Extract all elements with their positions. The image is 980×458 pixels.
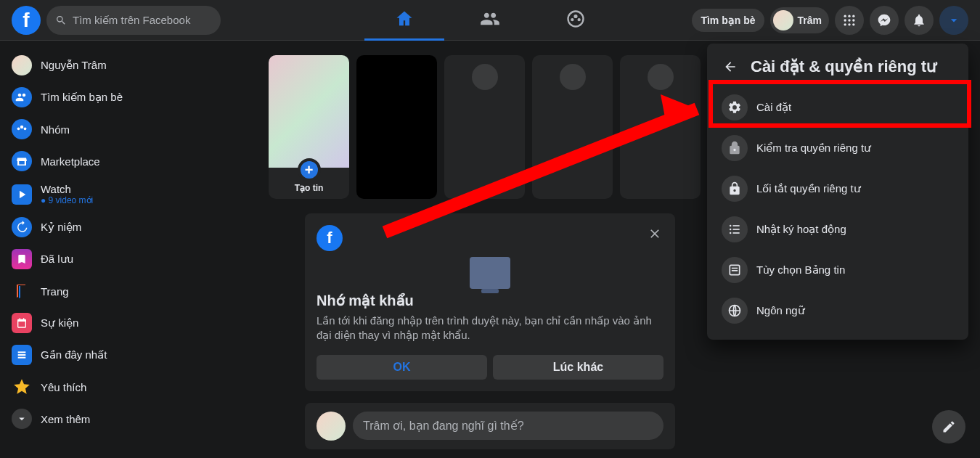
svg-rect-27	[732, 268, 738, 269]
chevron-down-icon	[12, 409, 32, 429]
lock-open-icon	[722, 135, 748, 161]
sidebar-item-more[interactable]: Xem thêm	[6, 403, 256, 435]
svg-rect-17	[18, 354, 26, 356]
events-icon	[12, 313, 32, 333]
svg-point-8	[848, 19, 850, 21]
sidebar-item-groups[interactable]: Nhóm	[6, 113, 256, 145]
sidebar-item-marketplace[interactable]: Marketplace	[6, 145, 256, 177]
search-input[interactable]: Tìm kiếm trên Facebook	[46, 6, 221, 35]
menu-button[interactable]	[835, 6, 864, 35]
later-button[interactable]: Lúc khác	[493, 355, 663, 380]
chevron-down-icon	[947, 13, 961, 28]
sidebar-item-saved[interactable]: Đã lưu	[6, 243, 256, 275]
search-icon	[55, 15, 67, 26]
edit-fab[interactable]	[932, 410, 965, 443]
story-card[interactable]	[356, 55, 437, 199]
svg-rect-23	[733, 229, 740, 230]
watch-icon	[12, 184, 32, 205]
sidebar-item-friends[interactable]: Tìm kiếm bạn bè	[6, 81, 256, 113]
dropdown-item-activity-log[interactable]: Nhật ký hoạt động	[716, 209, 960, 250]
story-avatar	[648, 64, 674, 90]
sidebar-item-memories[interactable]: Kỷ niệm	[6, 211, 256, 243]
feed-icon	[722, 257, 748, 283]
dropdown-item-language[interactable]: Ngôn ngữ	[716, 290, 960, 331]
sidebar-item-watch[interactable]: Watch● 9 video mới	[6, 177, 256, 211]
illustration	[470, 257, 510, 289]
saved-icon	[12, 249, 32, 269]
plus-icon: +	[298, 158, 321, 181]
story-card[interactable]	[620, 55, 701, 199]
friends-icon	[12, 87, 32, 107]
notifications-button[interactable]	[905, 6, 934, 35]
avatar	[12, 55, 32, 75]
dropdown-item-privacy-shortcuts[interactable]: Lối tắt quyền riêng tư	[716, 168, 960, 209]
avatar	[773, 10, 793, 30]
arrow-left-icon	[723, 60, 738, 74]
account-dropdown-button[interactable]	[939, 6, 968, 35]
profile-name: Trâm	[798, 15, 822, 26]
sidebar-item-recent[interactable]: Gần đây nhất	[6, 339, 256, 371]
nav-groups[interactable]	[536, 0, 616, 41]
story-card[interactable]	[532, 55, 613, 199]
pages-icon	[12, 281, 32, 301]
card-text: Lần tới khi đăng nhập trên trình duyệt n…	[317, 314, 663, 343]
svg-point-11	[848, 23, 850, 25]
sidebar-item-favorites[interactable]: Yêu thích	[6, 371, 256, 403]
close-icon	[648, 226, 662, 241]
settings-dropdown: Cài đặt & quyền riêng tư Cài đặt Kiểm tr…	[707, 44, 968, 340]
svg-point-12	[852, 23, 854, 25]
svg-point-19	[733, 149, 735, 151]
edit-icon	[942, 420, 956, 434]
marketplace-icon	[12, 151, 32, 171]
nav-friends[interactable]	[450, 0, 530, 41]
svg-point-2	[571, 18, 573, 21]
svg-point-24	[730, 232, 732, 234]
avatar	[317, 412, 346, 441]
find-friends-button[interactable]: Tìm bạn bè	[692, 9, 764, 32]
header: f Tìm kiếm trên Facebook Tìm bạn bè Trâm	[0, 0, 980, 41]
story-avatar	[560, 64, 586, 90]
dropdown-item-privacy-check[interactable]: Kiểm tra quyền riêng tư	[716, 128, 960, 168]
dropdown-item-feed-prefs[interactable]: Tùy chọn Bảng tin	[716, 250, 960, 290]
story-image	[269, 55, 349, 168]
svg-point-5	[848, 15, 850, 17]
profile-chip[interactable]: Trâm	[770, 7, 829, 33]
bell-icon	[912, 13, 926, 28]
dropdown-title: Cài đặt & quyền riêng tư	[751, 57, 936, 76]
card-title: Nhớ mật khẩu	[317, 292, 663, 309]
composer: Trâm ơi, bạn đang nghĩ gì thế?	[305, 403, 675, 449]
svg-rect-28	[732, 270, 738, 271]
sidebar-item-events[interactable]: Sự kiện	[6, 307, 256, 339]
stories-row: + Tạo tin	[269, 55, 711, 199]
center-nav	[364, 0, 616, 41]
sidebar: Nguyễn Trâm Tìm kiếm bạn bè Nhóm Marketp…	[0, 41, 261, 443]
header-right: Tìm bạn bè Trâm	[692, 6, 968, 35]
composer-input[interactable]: Trâm ơi, bạn đang nghĩ gì thế?	[353, 412, 663, 440]
svg-point-15	[24, 127, 27, 130]
back-button[interactable]	[719, 55, 742, 78]
create-story[interactable]: + Tạo tin	[269, 55, 349, 199]
svg-point-22	[730, 229, 732, 231]
sidebar-item-profile[interactable]: Nguyễn Trâm	[6, 49, 256, 81]
search-placeholder: Tìm kiếm trên Facebook	[73, 14, 190, 27]
gear-icon	[722, 94, 748, 120]
dropdown-item-settings[interactable]: Cài đặt	[716, 87, 960, 128]
story-avatar	[472, 64, 498, 90]
main: + Tạo tin f Nhớ mật khẩu Lần tới khi đăn…	[261, 41, 719, 458]
nav-home[interactable]	[364, 0, 444, 41]
facebook-logo[interactable]: f	[12, 6, 41, 35]
messenger-button[interactable]	[870, 6, 899, 35]
recent-icon	[12, 345, 32, 365]
sidebar-item-pages[interactable]: Trang	[6, 275, 256, 307]
memories-icon	[12, 217, 32, 237]
story-card[interactable]	[444, 55, 525, 199]
svg-point-0	[568, 12, 584, 27]
remember-password-card: f Nhớ mật khẩu Lần tới khi đăng nhập trê…	[305, 213, 675, 391]
svg-point-4	[844, 15, 846, 17]
svg-rect-18	[18, 357, 26, 359]
list-icon	[722, 216, 748, 242]
facebook-logo: f	[317, 225, 343, 251]
ok-button[interactable]: OK	[317, 355, 487, 380]
close-button[interactable]	[643, 222, 666, 245]
svg-point-6	[852, 15, 854, 17]
